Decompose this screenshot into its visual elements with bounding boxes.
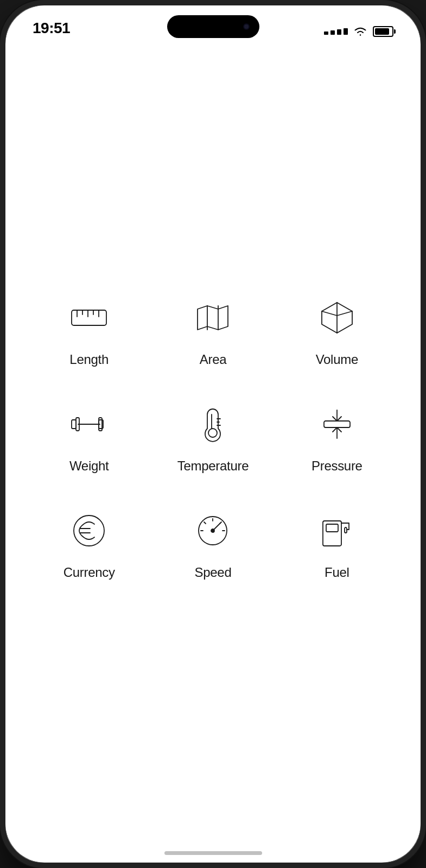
grid-item-volume[interactable]: Volume [286,293,388,367]
svg-point-19 [74,515,104,546]
svg-rect-17 [324,421,350,427]
pressure-icon-wrapper [313,400,361,449]
category-grid: Length Area [38,293,388,580]
grid-item-area[interactable]: Area [162,293,264,367]
home-indicator [5,830,421,863]
weight-icon-wrapper [65,400,113,449]
length-icon-wrapper [65,293,113,342]
weight-label: Weight [69,458,109,474]
svg-rect-9 [76,418,79,431]
volume-label: Volume [316,352,358,367]
grid-item-length[interactable]: Length [38,293,140,367]
grid-item-weight[interactable]: Weight [38,400,140,474]
svg-line-28 [204,522,206,524]
grid-item-pressure[interactable]: Pressure [286,400,388,474]
thermometer-icon [193,405,232,444]
signal-icon [324,28,348,35]
svg-point-24 [211,529,214,532]
temperature-icon-wrapper [188,400,237,449]
phone-frame: 19:51 [0,0,426,868]
main-content: Length Area [5,43,421,830]
svg-point-12 [208,429,217,437]
battery-fill [375,28,389,35]
area-label: Area [200,352,227,367]
grid-item-temperature[interactable]: Temperature [162,400,264,474]
fuel-icon [317,511,357,550]
pressure-icon [317,405,357,444]
battery-icon [373,26,393,37]
camera-dot [243,23,250,30]
screen: 19:51 [5,5,421,863]
svg-line-29 [220,522,221,524]
grid-item-currency[interactable]: Currency [38,506,140,580]
svg-rect-30 [323,521,341,546]
speedometer-icon [193,511,232,550]
grid-item-speed[interactable]: Speed [162,506,264,580]
dynamic-island [167,15,259,38]
wifi-icon [353,26,367,37]
svg-rect-32 [345,527,347,533]
pressure-label: Pressure [311,458,363,474]
speed-label: Speed [195,565,232,580]
currency-icon-wrapper [65,506,113,555]
cube-icon [317,298,357,337]
fuel-label: Fuel [325,565,349,580]
home-bar [164,851,262,855]
svg-rect-31 [326,524,338,532]
grid-item-fuel[interactable]: Fuel [286,506,388,580]
volume-icon-wrapper [313,293,361,342]
status-icons [324,26,393,37]
fuel-icon-wrapper [313,506,361,555]
dumbbell-icon [69,405,109,444]
currency-label: Currency [63,565,115,580]
map-icon [193,298,232,337]
area-icon-wrapper [188,293,237,342]
temperature-label: Temperature [177,458,249,474]
speed-icon-wrapper [188,506,237,555]
euro-icon [69,511,109,550]
ruler-icon [69,298,109,337]
status-time: 19:51 [33,20,70,37]
length-label: Length [69,352,109,367]
svg-rect-8 [72,420,76,429]
